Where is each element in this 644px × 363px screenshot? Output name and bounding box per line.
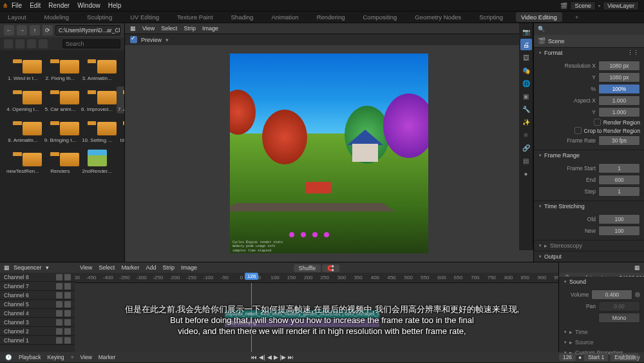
search-input[interactable]: [62, 39, 120, 48]
aspect-y-field[interactable]: 1.000: [598, 107, 640, 117]
snap-toggle[interactable]: 🧲: [322, 264, 339, 272]
lock-icon[interactable]: [64, 337, 71, 344]
output-header[interactable]: Output: [534, 251, 644, 262]
folder-item[interactable]: 6. Improved...: [80, 86, 114, 113]
mute-icon[interactable]: [56, 301, 62, 308]
output-tab-icon[interactable]: 🖨: [520, 39, 532, 50]
channel-row[interactable]: Channel 8: [0, 273, 75, 282]
seq-image-menu[interactable]: Image: [181, 264, 197, 271]
forward-icon[interactable]: →: [17, 25, 27, 35]
track-area[interactable]: zapsplat_nature_wind_trees_blustery_gard…: [75, 283, 558, 352]
view-grid-icon[interactable]: [15, 39, 24, 48]
mute-icon[interactable]: [56, 319, 62, 326]
view-list-icon[interactable]: [4, 39, 13, 48]
prev-key-icon[interactable]: ◀|: [259, 354, 265, 360]
tab-geonodes[interactable]: Geometry Nodes: [410, 12, 466, 22]
folder-item[interactable]: newTestRen...: [5, 148, 41, 175]
world-tab-icon[interactable]: 🌐: [520, 77, 532, 89]
channel-row[interactable]: Channel 1: [0, 336, 75, 345]
frame-ruler[interactable]: -500-450-400-350-300-250-200-150-100-500…: [75, 273, 558, 283]
jump-start-icon[interactable]: ⏮: [251, 354, 257, 360]
editor-type-icon[interactable]: ▦: [130, 25, 136, 32]
viewlayer-name[interactable]: ViewLayer: [603, 1, 639, 10]
play-rev-icon[interactable]: ◀: [267, 354, 272, 360]
channel-row[interactable]: Channel 3: [0, 318, 75, 327]
material-tab-icon[interactable]: ●: [520, 168, 532, 179]
mute-icon[interactable]: [56, 274, 62, 280]
image-strip[interactable]: 0001-0600.png: [225, 319, 379, 327]
viewlayer-tab-icon[interactable]: 🖼: [520, 52, 532, 63]
seq-select-menu[interactable]: Select: [99, 264, 115, 271]
view-menu[interactable]: View: [80, 354, 92, 360]
frame-end-field[interactable]: 600: [598, 175, 640, 185]
menu-help[interactable]: Help: [104, 1, 126, 10]
mute-icon[interactable]: [56, 328, 62, 335]
particles-tab-icon[interactable]: ✨: [520, 116, 532, 128]
file-item-thumb[interactable]: 2ndRender...: [80, 148, 114, 175]
lock-icon[interactable]: [64, 310, 71, 317]
dropdown-icon[interactable]: ▾: [166, 37, 169, 43]
lock-icon[interactable]: [64, 328, 71, 335]
seq-marker-menu[interactable]: Marker: [121, 264, 139, 271]
preview-select-menu[interactable]: Select: [161, 25, 177, 32]
tab-layout[interactable]: Layout: [3, 12, 32, 22]
marker-menu[interactable]: Marker: [99, 354, 115, 360]
playhead[interactable]: [251, 283, 252, 352]
stereo-header[interactable]: ▸ Stereoscopy: [534, 240, 644, 251]
back-icon[interactable]: ←: [4, 25, 14, 35]
data-tab-icon[interactable]: ▤: [520, 155, 532, 166]
object-tab-icon[interactable]: ▣: [520, 90, 532, 102]
folder-item[interactable]: 5. Car anim...: [43, 86, 77, 113]
timeline-icon[interactable]: 🕐: [5, 354, 12, 360]
tab-uvediting[interactable]: UV Editing: [125, 12, 164, 22]
volume-field[interactable]: 0.400: [591, 289, 632, 300]
preview-strip-menu[interactable]: Strip: [184, 25, 196, 32]
menu-edit[interactable]: Edit: [26, 1, 44, 10]
channel-row[interactable]: Channel 6: [0, 291, 75, 300]
channel-row[interactable]: Channel 7: [0, 282, 75, 291]
tab-texturepaint[interactable]: Texture Paint: [172, 12, 218, 22]
modifier-tab-icon[interactable]: 🔧: [520, 103, 532, 115]
mute-icon[interactable]: [56, 310, 62, 317]
seq-add-menu[interactable]: Add: [146, 264, 156, 271]
mono-toggle[interactable]: Mono: [598, 313, 640, 323]
folder-item[interactable]: 3. Animatin...: [80, 55, 114, 83]
resolution-x-field[interactable]: 1080 px: [598, 61, 640, 71]
menu-file[interactable]: File: [8, 1, 26, 10]
refresh-icon[interactable]: ⟳: [43, 25, 53, 35]
folder-item[interactable]: blend Files: [117, 117, 124, 144]
editor-type-icon[interactable]: ▦: [4, 264, 10, 271]
tab-compositing[interactable]: Compositing: [358, 12, 402, 22]
tab-sculpting[interactable]: Sculpting: [82, 12, 117, 22]
preview-checkbox[interactable]: [130, 36, 137, 43]
tab-modeling[interactable]: Modeling: [39, 12, 75, 22]
scene-datablock[interactable]: 🎬 Scene: [534, 35, 644, 47]
render-tab-icon[interactable]: 📷: [520, 26, 532, 37]
channel-row[interactable]: Channel 4: [0, 309, 75, 318]
scene-name[interactable]: Scene: [570, 1, 596, 10]
overlap-mode-field[interactable]: Shuffle: [294, 264, 321, 272]
tab-videoediting[interactable]: Video Editing: [516, 12, 562, 22]
up-icon[interactable]: ↑: [30, 25, 40, 35]
crop-region-check[interactable]: [574, 127, 582, 134]
stretch-header[interactable]: Time Stretching: [534, 201, 644, 211]
channel-row[interactable]: Channel 5: [0, 300, 75, 309]
menu-render[interactable]: Render: [44, 1, 73, 10]
time-panel-header[interactable]: ▸ Time: [559, 327, 644, 337]
render-region-check[interactable]: [594, 119, 601, 126]
folder-item[interactable]: 4. Opening t...: [5, 86, 41, 113]
format-panel-header[interactable]: Format⋮⋮: [534, 48, 644, 58]
frame-step-field[interactable]: 1: [598, 186, 640, 197]
source-panel-header[interactable]: ▸ Source: [559, 337, 644, 348]
tab-add[interactable]: +: [570, 12, 584, 22]
view-thumb-icon[interactable]: [27, 39, 36, 48]
constraints-tab-icon[interactable]: 🔗: [520, 142, 532, 153]
aspect-x-field[interactable]: 1.000: [598, 95, 640, 106]
preview-image-menu[interactable]: Image: [202, 25, 218, 32]
seq-strip-menu[interactable]: Strip: [162, 264, 175, 271]
folder-item[interactable]: Renders: [43, 148, 77, 175]
lock-icon[interactable]: [64, 283, 71, 289]
current-frame-field[interactable]: 126: [559, 353, 576, 361]
folder-item[interactable]: 7. Animatin...: [117, 86, 124, 113]
tab-rendering[interactable]: Rendering: [312, 12, 350, 22]
